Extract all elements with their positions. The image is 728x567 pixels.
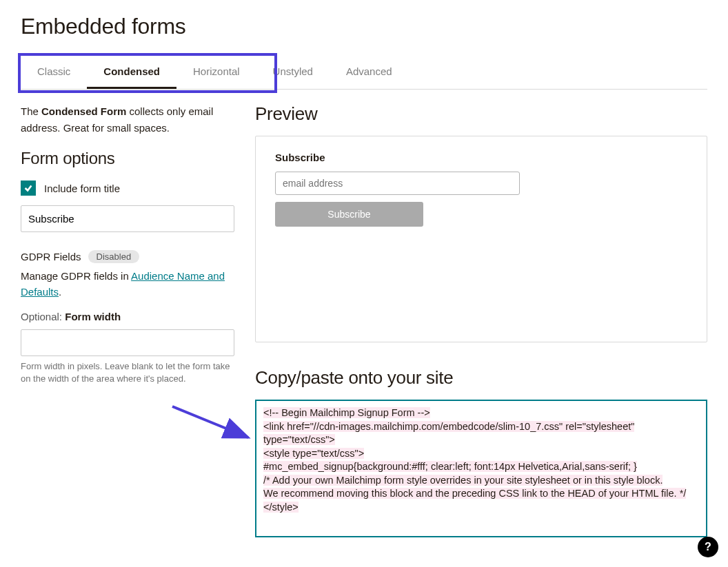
embed-code-textarea[interactable]: <!-- Begin Mailchimp Signup Form --><lin… xyxy=(255,400,707,537)
form-title-input[interactable] xyxy=(21,205,234,232)
gdpr-label: GDPR Fields xyxy=(21,251,81,262)
preview-heading: Preview xyxy=(255,103,707,125)
copypaste-heading: Copy/paste onto your site xyxy=(255,367,707,389)
gdpr-status-badge: Disabled xyxy=(88,250,140,263)
include-title-label: Include form title xyxy=(44,183,120,194)
form-width-input[interactable] xyxy=(21,329,234,356)
tab-advanced[interactable]: Advanced xyxy=(330,56,409,89)
form-width-help: Form width in pixels. Leave blank to let… xyxy=(21,360,234,385)
tab-condensed[interactable]: Condensed xyxy=(87,56,176,89)
tab-unstyled[interactable]: Unstyled xyxy=(256,56,330,89)
gdpr-row: GDPR Fields Disabled xyxy=(21,250,234,263)
form-width-label: Optional: Form width xyxy=(21,311,234,322)
form-options-heading: Form options xyxy=(21,149,234,168)
check-icon xyxy=(23,183,33,193)
help-button[interactable]: ? xyxy=(698,537,718,551)
tab-horizontal[interactable]: Horizontal xyxy=(176,56,256,89)
gdpr-text: Manage GDPR fields in Audience Name and … xyxy=(21,269,234,300)
tabs: Classic Condensed Horizontal Unstyled Ad… xyxy=(21,56,707,90)
preview-subscribe-label: Subscribe xyxy=(275,152,687,163)
intro-text: The Condensed Form collects only email a… xyxy=(21,103,234,136)
preview-email-input[interactable] xyxy=(275,172,520,195)
preview-box: Subscribe Subscribe xyxy=(255,136,707,342)
tab-classic[interactable]: Classic xyxy=(21,56,87,89)
include-title-row: Include form title xyxy=(21,181,234,196)
page-title: Embedded forms xyxy=(21,14,707,39)
preview-subscribe-button[interactable]: Subscribe xyxy=(275,202,423,227)
include-title-checkbox[interactable] xyxy=(21,181,36,196)
